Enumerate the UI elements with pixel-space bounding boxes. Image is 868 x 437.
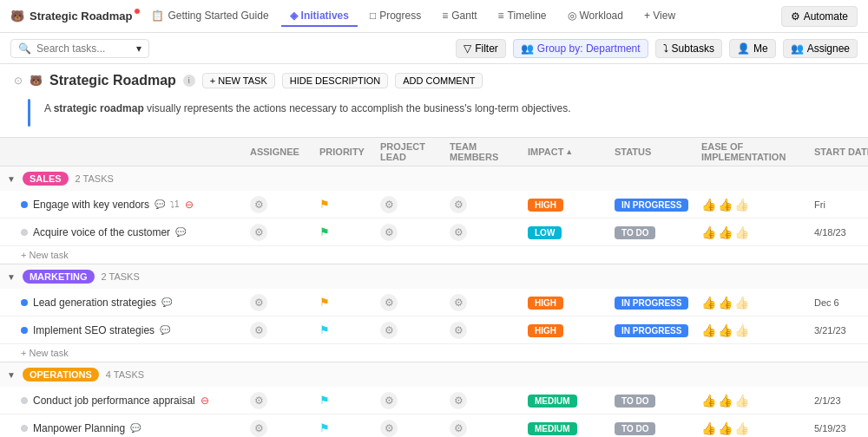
impact-cell: MEDIUM <box>528 395 615 407</box>
col-header-project-lead: PROJECT LEAD <box>380 141 450 162</box>
nav-tab-progress[interactable]: □ Progress <box>361 6 430 27</box>
me-icon: 👤 <box>737 42 750 55</box>
hide-description-button[interactable]: HIDE DESCRIPTION <box>282 73 389 88</box>
project-lead-gear-icon[interactable]: ⚙ <box>380 420 398 437</box>
team-members-gear-icon[interactable]: ⚙ <box>450 322 467 339</box>
start-date-cell: 3/21/23 <box>814 325 868 336</box>
table-row: Acquire voice of the customer 💬 ⚙ ⚑ ⚙ ⚙ … <box>0 218 868 246</box>
subtasks-button[interactable]: ⤵ Subtasks <box>655 39 722 58</box>
priority-cell: ⚑ <box>319 225 380 238</box>
assignee-gear-icon[interactable]: ⚙ <box>250 322 267 339</box>
filter-button[interactable]: ▽ Filter <box>456 39 506 58</box>
status-cell: IN PROGRESS <box>615 199 701 211</box>
start-date-cell: 2/1/23 <box>814 395 868 406</box>
nav-tab-addview[interactable]: + View <box>635 6 684 27</box>
ease-emoji: 👍 <box>734 421 749 435</box>
assignee-gear-icon[interactable]: ⚙ <box>250 420 267 437</box>
section-header-sales[interactable]: ▼ SALES 2 TASKS <box>0 166 868 191</box>
logo-icon: 🐻 <box>10 10 24 23</box>
nav-tab-initiatives[interactable]: ◈ Initiatives <box>281 6 358 27</box>
project-lead-gear-icon[interactable]: ⚙ <box>380 392 398 409</box>
initiatives-icon: ◈ <box>290 10 298 22</box>
progress-icon: □ <box>370 10 376 22</box>
team-members-gear-icon[interactable]: ⚙ <box>450 196 467 213</box>
project-lead-gear-icon[interactable]: ⚙ <box>380 294 398 311</box>
search-dropdown-icon[interactable]: ▾ <box>136 42 141 55</box>
sort-arrow-icon[interactable]: ▲ <box>565 147 573 156</box>
start-date-cell: 5/19/23 <box>814 423 868 434</box>
task-status-dot <box>21 425 28 432</box>
team-members-gear-icon[interactable]: ⚙ <box>450 392 467 409</box>
project-lead-gear-icon[interactable]: ⚙ <box>380 224 398 241</box>
status-badge: TO DO <box>615 226 655 239</box>
section-operations: ▼ OPERATIONS 4 TASKS Conduct job perform… <box>0 362 868 437</box>
project-lead-gear-icon[interactable]: ⚙ <box>380 196 398 213</box>
priority-flag-icon[interactable]: ⚑ <box>319 323 330 336</box>
project-lead-cell: ⚙ <box>380 294 450 311</box>
table-row: Lead generation strategies 💬 ⚙ ⚑ ⚙ ⚙ HIG… <box>0 289 868 316</box>
automate-button[interactable]: ⚙ Automate <box>781 6 858 27</box>
nav-tab-timeline[interactable]: ≡ Timeline <box>490 6 556 27</box>
project-lead-gear-icon[interactable]: ⚙ <box>380 322 398 339</box>
ease-cell: 👍👍👍 <box>701 198 814 212</box>
section-header-marketing[interactable]: ▼ MARKETING 2 TASKS <box>0 264 868 289</box>
search-input[interactable] <box>36 42 131 55</box>
section-collapse-marketing[interactable]: ▼ <box>7 272 16 282</box>
project-lead-cell: ⚙ <box>380 322 450 339</box>
task-status-dot <box>21 327 28 334</box>
nav-tab-workload[interactable]: ◎ Workload <box>559 6 632 27</box>
col-header-status: STATUS <box>615 147 701 157</box>
priority-flag-icon[interactable]: ⚑ <box>319 225 330 238</box>
section-collapse-operations[interactable]: ▼ <box>7 370 16 380</box>
priority-flag-icon[interactable]: ⚑ <box>319 296 330 309</box>
priority-flag-icon[interactable]: ⚑ <box>319 421 330 434</box>
team-members-gear-icon[interactable]: ⚙ <box>450 294 467 311</box>
section-collapse-sales[interactable]: ▼ <box>7 174 16 184</box>
me-button[interactable]: 👤 Me <box>729 39 776 58</box>
assignee-button[interactable]: 👥 Assignee <box>783 39 858 58</box>
new-task-marketing[interactable]: + New task <box>0 344 868 362</box>
search-box[interactable]: 🔍 ▾ <box>10 39 149 58</box>
impact-badge: HIGH <box>528 297 563 310</box>
status-cell: TO DO <box>615 422 701 434</box>
assignee-gear-icon[interactable]: ⚙ <box>250 224 267 241</box>
table-row: Manpower Planning 💬 ⚙ ⚑ ⚙ ⚙ MEDIUM TO DO… <box>0 414 868 437</box>
page-header: ⊙ 🐻 Strategic Roadmap i + NEW TASK HIDE … <box>0 64 868 138</box>
new-task-sales[interactable]: + New task <box>0 246 868 264</box>
description-text: A strategic roadmap visually represents … <box>44 99 571 118</box>
impact-badge: MEDIUM <box>528 395 577 408</box>
add-comment-button[interactable]: ADD COMMENT <box>395 73 483 88</box>
priority-flag-icon[interactable]: ⚑ <box>319 394 330 407</box>
filter-icon: ▽ <box>464 42 471 55</box>
priority-cell: ⚑ <box>319 323 380 336</box>
ease-emoji: 👍 <box>734 198 749 212</box>
assignee-gear-icon[interactable]: ⚙ <box>250 196 267 213</box>
collapse-icon[interactable]: ⊙ <box>14 75 23 87</box>
nav-tab-guide[interactable]: 📋 Getting Started Guide <box>142 6 277 27</box>
start-date-cell: Fri <box>814 199 868 210</box>
table-header: ASSIGNEE PRIORITY PROJECT LEAD TEAM MEMB… <box>0 138 868 166</box>
team-members-gear-icon[interactable]: ⚙ <box>450 224 467 241</box>
app-name: Strategic Roadmap <box>30 10 132 23</box>
remove-icon[interactable]: ⊖ <box>185 199 194 211</box>
subtask-count-icon: ⤵1 <box>170 199 180 209</box>
info-icon[interactable]: i <box>183 75 195 87</box>
nav-tab-gantt[interactable]: ≡ Gantt <box>433 6 485 27</box>
team-members-gear-icon[interactable]: ⚙ <box>450 420 467 437</box>
ease-emoji: 👍 <box>701 394 716 408</box>
assignee-gear-icon[interactable]: ⚙ <box>250 392 267 409</box>
start-date-cell: Dec 6 <box>814 297 868 308</box>
priority-cell: ⚑ <box>319 394 380 407</box>
remove-icon[interactable]: ⊖ <box>201 395 209 407</box>
col-header-ease: EASE OF IMPLEMENTATION <box>701 141 814 162</box>
col-header-impact: IMPACT ▲ <box>528 147 615 157</box>
group-by-button[interactable]: 👥 Group by: Department <box>513 39 648 58</box>
new-task-button[interactable]: + NEW TASK <box>202 73 275 88</box>
top-nav: 🐻 Strategic Roadmap 📋 Getting Started Gu… <box>0 0 868 33</box>
table-row: Conduct job performance appraisal ⊖ ⚙ ⚑ … <box>0 387 868 414</box>
assignee-gear-icon[interactable]: ⚙ <box>250 294 267 311</box>
section-header-operations[interactable]: ▼ OPERATIONS 4 TASKS <box>0 362 868 387</box>
section-task-count-marketing: 2 TASKS <box>102 271 140 282</box>
priority-flag-icon[interactable]: ⚑ <box>319 198 330 211</box>
section-task-count-sales: 2 TASKS <box>76 173 114 184</box>
